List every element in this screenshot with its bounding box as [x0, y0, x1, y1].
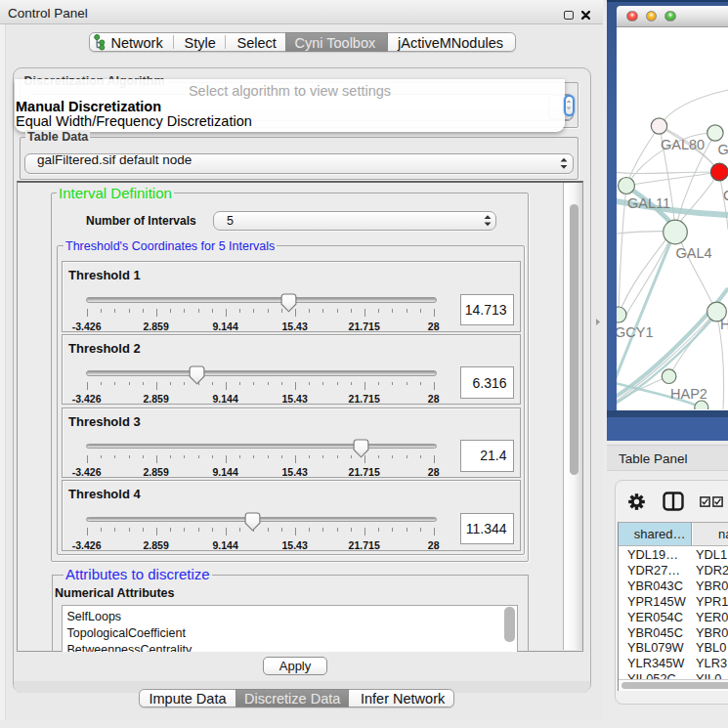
- svg-text:GCY1: GCY1: [617, 324, 654, 340]
- svg-text:GA: GA: [718, 142, 728, 157]
- svg-text:HI: HI: [720, 317, 728, 332]
- svg-text:GAL11: GAL11: [627, 195, 670, 211]
- svg-text:C: C: [723, 188, 728, 203]
- svg-text:GAL4: GAL4: [676, 245, 712, 261]
- svg-text:HAP2: HAP2: [670, 386, 707, 402]
- svg-text:GAL80: GAL80: [661, 137, 705, 152]
